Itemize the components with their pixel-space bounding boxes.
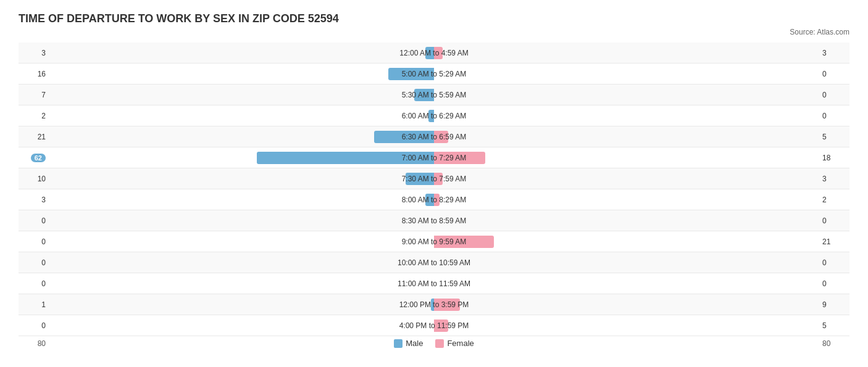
male-value: 0 [19,237,49,246]
female-value: 0 [819,216,849,225]
legend-male-label: Male [406,339,423,348]
male-bar [425,194,434,206]
male-bar [428,110,434,122]
time-label: 6:00 AM to 6:29 AM [402,112,467,120]
male-value: 0 [19,258,49,267]
female-bar [434,173,443,185]
male-value: 0 [19,216,49,225]
chart-row: 75:30 AM to 5:59 AM0 [19,85,849,105]
female-value: 3 [819,175,849,183]
male-bar [406,173,434,185]
chart-row: 09:00 AM to 9:59 AM21 [19,231,849,252]
bars-container: 6:00 AM to 6:29 AM [49,105,819,126]
source-label: Source: Atlas.com [19,28,849,36]
male-value: 0 [19,279,49,288]
female-value: 3 [819,49,849,57]
bars-container: 5:00 AM to 5:29 AM [49,64,819,85]
female-bar [434,152,485,164]
female-bar [434,236,494,248]
male-value: 10 [19,175,49,183]
time-label: 8:30 AM to 8:59 AM [402,216,467,225]
legend: Male Female [49,339,819,348]
female-bar [434,47,443,59]
time-label: 5:30 AM to 5:59 AM [402,91,467,99]
female-value: 18 [819,154,849,162]
bars-container: 8:00 AM to 8:29 AM [49,189,819,210]
axis-row: 80 Male Female 80 [19,339,849,348]
female-bar [434,131,448,143]
legend-male: Male [394,339,423,348]
male-value: 1 [19,300,49,309]
bars-container: 12:00 AM to 4:59 AM [49,43,819,64]
male-value: 62 [19,154,49,162]
bars-container: 9:00 AM to 9:59 AM [49,231,819,252]
time-label: 10:00 AM to 10:59 AM [398,258,470,267]
bars-container: 7:00 AM to 7:29 AM [49,147,819,168]
bars-container: 8:30 AM to 8:59 AM [49,210,819,231]
male-value: 16 [19,70,49,78]
female-value: 0 [819,279,849,288]
chart-row: 38:00 AM to 8:29 AM2 [19,189,849,210]
male-value: 21 [19,133,49,141]
bars-container: 4:00 PM to 11:59 PM [49,315,819,336]
chart-row: 107:30 AM to 7:59 AM3 [19,168,849,189]
chart-row: 04:00 PM to 11:59 PM5 [19,315,849,336]
chart-title: TIME OF DEPARTURE TO WORK BY SEX IN ZIP … [19,12,849,25]
chart-row: 26:00 AM to 6:29 AM0 [19,105,849,126]
chart-area: 312:00 AM to 4:59 AM3165:00 AM to 5:29 A… [19,43,849,336]
chart-row: 112:00 PM to 3:59 PM9 [19,294,849,315]
time-label: 11:00 AM to 11:59 AM [398,279,470,288]
chart-row: 216:30 AM to 6:59 AM5 [19,126,849,147]
legend-female: Female [435,339,474,348]
male-value: 2 [19,112,49,120]
female-value: 0 [819,91,849,99]
chart-row: 165:00 AM to 5:29 AM0 [19,64,849,85]
female-value: 5 [819,133,849,141]
male-bar [374,131,434,143]
male-value: 0 [19,321,49,330]
chart-row: 011:00 AM to 11:59 AM0 [19,273,849,294]
male-bar [414,89,434,101]
bars-container: 6:30 AM to 6:59 AM [49,126,819,147]
bars-container: 7:30 AM to 7:59 AM [49,168,819,189]
female-bar [434,299,460,311]
male-value: 3 [19,49,49,57]
bars-container: 5:30 AM to 5:59 AM [49,85,819,105]
chart-row: 08:30 AM to 8:59 AM0 [19,210,849,231]
female-value: 0 [819,70,849,78]
male-value: 7 [19,91,49,99]
female-value: 9 [819,300,849,309]
female-value: 0 [819,112,849,120]
bars-container: 12:00 PM to 3:59 PM [49,294,819,315]
female-value: 21 [819,237,849,246]
male-bar [257,152,434,164]
female-value: 2 [819,196,849,204]
male-bar [425,47,434,59]
chart-row: 312:00 AM to 4:59 AM3 [19,43,849,64]
bars-container: 10:00 AM to 10:59 AM [49,252,819,273]
chart-row: 627:00 AM to 7:29 AM18 [19,147,849,168]
female-bar [434,194,440,206]
legend-female-box [435,339,444,348]
chart-container: TIME OF DEPARTURE TO WORK BY SEX IN ZIP … [19,12,849,348]
male-value: 3 [19,196,49,204]
male-bar [388,68,434,80]
chart-row: 010:00 AM to 10:59 AM0 [19,252,849,273]
bars-container: 11:00 AM to 11:59 AM [49,273,819,294]
female-value: 5 [819,321,849,330]
female-bar [434,320,448,332]
legend-male-box [394,339,403,348]
female-value: 0 [819,258,849,267]
axis-right-label: 80 [819,339,849,348]
legend-female-label: Female [447,339,474,348]
axis-left-label: 80 [19,339,49,348]
